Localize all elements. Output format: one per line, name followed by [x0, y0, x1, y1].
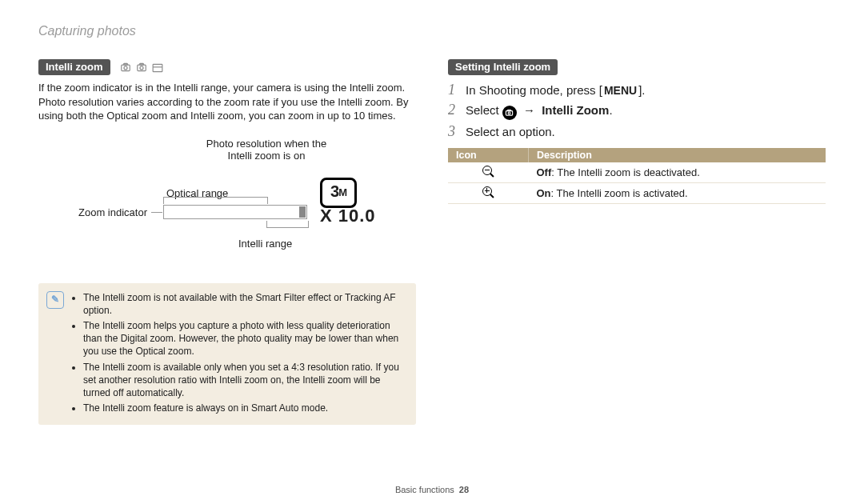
- svg-point-4: [140, 66, 143, 70]
- camera-menu-icon: [502, 106, 517, 120]
- zoom-indicator-label: Zoom indicator: [78, 206, 147, 218]
- step-1: 1 In Shooting mode, press [MENU].: [448, 82, 826, 98]
- step-2: 2 Select → Intelli Zoom.: [448, 102, 826, 120]
- note-item: The Intelli zoom is not available with t…: [83, 291, 406, 317]
- step-number: 1: [448, 82, 466, 98]
- step-number: 3: [448, 123, 466, 140]
- svg-point-1: [124, 66, 127, 70]
- option-desc-on: On: The Intelli zoom is activated.: [529, 182, 826, 203]
- mode-icons: [120, 62, 163, 76]
- option-desc-off: Off: The Intelli zoom is deactivated.: [529, 162, 826, 183]
- intelli-range-bracket: [266, 221, 309, 228]
- step-2-text: Select → Intelli Zoom.: [466, 103, 613, 120]
- manual-page: Capturing photos Intelli zoom If: [0, 0, 864, 504]
- svg-rect-5: [140, 63, 144, 65]
- step-1-text: In Shooting mode, press [MENU].: [466, 83, 646, 97]
- table-header-description: Description: [529, 148, 826, 162]
- optical-range-bracket: [163, 197, 268, 204]
- option-icon-off: [448, 162, 529, 183]
- menu-path-intelli-zoom: Intelli Zoom: [542, 103, 609, 117]
- note-box: ✎ The Intelli zoom is not available with…: [38, 283, 416, 426]
- steps-list: 1 In Shooting mode, press [MENU]. 2 Sele…: [448, 82, 826, 140]
- intelli-range-label: Intelli range: [238, 238, 292, 250]
- left-column: Intelli zoom If the zoom indicator is in…: [38, 59, 416, 425]
- two-column-layout: Intelli zoom If the zoom indicator is in…: [38, 59, 826, 425]
- section-header-row: Intelli zoom: [38, 59, 416, 78]
- svg-rect-3: [138, 65, 146, 71]
- svg-rect-2: [124, 63, 128, 65]
- menu-button-label: MENU: [602, 84, 638, 97]
- note-icon: ✎: [46, 291, 66, 418]
- step-3: 3 Select an option.: [448, 123, 826, 140]
- note-badge-icon: ✎: [46, 291, 64, 309]
- breadcrumb: Capturing photos: [38, 24, 826, 38]
- note-item: The Intelli zoom is available only when …: [83, 361, 406, 400]
- option-icon-on: [448, 182, 529, 203]
- resolution-badge-3m: 3M: [320, 178, 357, 208]
- footer-section: Basic functions: [395, 485, 454, 494]
- zoom-bar-fill: [299, 206, 306, 218]
- scene-mode-icon: [152, 62, 163, 76]
- note-list: The Intelli zoom is not available with t…: [70, 291, 406, 418]
- table-row: On: The Intelli zoom is activated.: [448, 182, 826, 203]
- step-3-text: Select an option.: [466, 125, 555, 138]
- zoom-indicator-leader: [151, 212, 162, 213]
- zoom-indicator-diagram: Photo resolution when the Intelli zoom i…: [38, 138, 416, 274]
- page-footer: Basic functions28: [0, 485, 864, 494]
- zoom-bar: [163, 205, 307, 219]
- zoom-value-readout: X 10.0: [320, 206, 376, 226]
- page-number: 28: [459, 485, 469, 494]
- svg-point-9: [508, 112, 510, 114]
- table-row: Off: The Intelli zoom is deactivated.: [448, 162, 826, 183]
- camera-mode-icon: [120, 62, 131, 76]
- options-table: Icon Description Off: The Intelli zoom i…: [448, 148, 826, 204]
- section-pill-setting-intelli-zoom: Setting Intelli zoom: [448, 59, 558, 75]
- step-number: 2: [448, 102, 466, 118]
- photo-resolution-label: Photo resolution when the Intelli zoom i…: [198, 138, 334, 162]
- table-header-icon: Icon: [448, 148, 529, 162]
- svg-rect-0: [122, 65, 130, 71]
- intelli-zoom-description: If the zoom indicator is in the Intelli …: [38, 81, 416, 123]
- section-pill-intelli-zoom: Intelli zoom: [38, 59, 110, 75]
- right-column: Setting Intelli zoom 1 In Shooting mode,…: [448, 59, 826, 425]
- magnifier-off-icon: [482, 166, 494, 177]
- svg-rect-6: [153, 64, 162, 71]
- note-item: The Intelli zoom helps you capture a pho…: [83, 319, 406, 358]
- camera-p-mode-icon: [136, 62, 147, 76]
- svg-rect-10: [508, 110, 511, 110]
- note-item: The Intelli zoom feature is always on in…: [83, 402, 406, 414]
- magnifier-on-icon: [482, 186, 494, 198]
